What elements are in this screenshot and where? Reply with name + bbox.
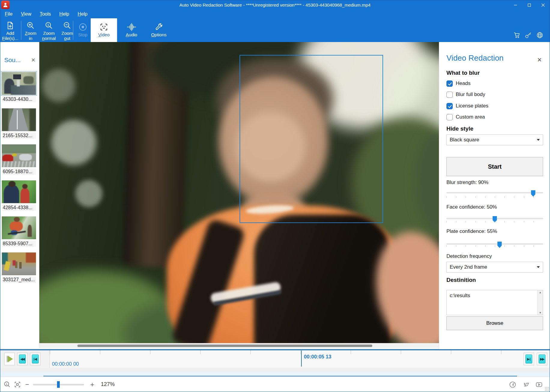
title-bar: Auto Video Redaction Software - ****Unre… bbox=[0, 0, 550, 10]
source-filename: 303127_med... bbox=[2, 276, 36, 283]
waveform-icon bbox=[127, 22, 136, 32]
sources-close-icon[interactable]: ✕ bbox=[31, 57, 35, 63]
face-detection-box[interactable] bbox=[240, 55, 383, 223]
start-button[interactable]: Start bbox=[446, 157, 543, 176]
blur-full-body-checkbox[interactable] bbox=[446, 92, 453, 98]
facebook-icon[interactable] bbox=[509, 377, 516, 392]
chevron-down-icon bbox=[537, 139, 540, 141]
tab-audio[interactable]: Audio bbox=[121, 18, 142, 42]
source-thumbnail[interactable] bbox=[2, 180, 36, 203]
key-icon[interactable] bbox=[525, 32, 532, 39]
checkbox-row-license-plates[interactable]: License plates bbox=[446, 102, 543, 110]
zoom-slider-thumb[interactable] bbox=[57, 381, 60, 388]
add-files-button[interactable]: Add File(s)... bbox=[2, 18, 19, 42]
view-zoom-slider[interactable] bbox=[33, 384, 84, 385]
youtube-icon[interactable] bbox=[535, 377, 543, 392]
zoom-in-button[interactable]: Zoom in bbox=[22, 18, 39, 42]
video-preview[interactable] bbox=[39, 42, 439, 343]
fit-to-window-icon[interactable] bbox=[14, 377, 21, 392]
twitter-icon[interactable] bbox=[522, 377, 530, 392]
close-button[interactable] bbox=[536, 0, 550, 10]
plate-confidence-slider[interactable] bbox=[446, 243, 543, 245]
resize-grip[interactable] bbox=[545, 387, 549, 391]
zoom-in-icon bbox=[26, 20, 35, 31]
video-redaction-panel: Video Redaction ✕ What to blur Heads Blu… bbox=[439, 42, 550, 349]
custom-area-checkbox[interactable] bbox=[446, 114, 453, 120]
svg-text:1: 1 bbox=[6, 383, 7, 386]
source-filename: 42854-4338... bbox=[2, 204, 36, 211]
panel-close-icon[interactable]: ✕ bbox=[537, 56, 542, 63]
scrollbar-thumb[interactable] bbox=[77, 345, 372, 347]
hide-style-select[interactable]: Black square bbox=[446, 134, 543, 145]
source-item[interactable]: 45303-4430... bbox=[2, 72, 37, 102]
cart-icon[interactable] bbox=[513, 32, 521, 39]
zoom-normal-button[interactable]: 1 Zoom normal bbox=[40, 18, 58, 42]
timeline-ruler[interactable] bbox=[50, 350, 550, 354]
source-thumbnail[interactable] bbox=[2, 252, 36, 275]
tab-video[interactable]: Video bbox=[91, 18, 117, 42]
video-horizontal-scrollbar[interactable] bbox=[39, 343, 439, 348]
rewind-button[interactable]: ◀◀ bbox=[17, 353, 28, 365]
textarea-scrollbar[interactable]: ▲ ▼ bbox=[537, 290, 543, 315]
person-vest bbox=[254, 215, 391, 343]
detection-frequency-select[interactable]: Every 2nd frame bbox=[446, 262, 543, 273]
scroll-up-icon[interactable]: ▲ bbox=[539, 291, 542, 294]
zoom-in-plus-button[interactable]: ＋ bbox=[89, 377, 95, 392]
source-thumbnail[interactable] bbox=[2, 72, 36, 95]
menu-help-2[interactable]: Help bbox=[77, 11, 87, 17]
source-thumbnail[interactable] bbox=[2, 144, 36, 167]
stop-icon bbox=[78, 22, 87, 32]
destination-textarea[interactable]: c:\results ▲ ▼ bbox=[446, 290, 543, 315]
playhead-time: 00:00:05 13 bbox=[304, 354, 331, 360]
menu-file[interactable]: File bbox=[5, 11, 13, 17]
globe-icon[interactable] bbox=[536, 32, 543, 39]
checkbox-label: Blur full body bbox=[456, 92, 485, 98]
source-item[interactable]: 42854-4338... bbox=[2, 180, 37, 211]
blur-strength-slider[interactable] bbox=[446, 192, 543, 193]
play-button[interactable] bbox=[4, 353, 15, 365]
license-plates-checkbox[interactable] bbox=[446, 103, 453, 109]
zoom-out-minus-button[interactable]: − bbox=[25, 377, 29, 392]
source-filename: 45303-4430... bbox=[2, 96, 36, 102]
menu-help[interactable]: Help bbox=[59, 11, 69, 17]
slider-thumb[interactable] bbox=[497, 242, 502, 248]
checkbox-row-full-body[interactable]: Blur full body bbox=[446, 91, 543, 98]
minimize-button[interactable] bbox=[509, 0, 522, 10]
fast-forward-button[interactable]: ▶▶ bbox=[537, 353, 547, 365]
face-confidence-slider[interactable] bbox=[446, 218, 543, 219]
timeline[interactable]: ◀◀ |◀ 00:00:00 00 00:00:05 13 ▶| ▶▶ bbox=[0, 349, 550, 377]
checkbox-row-custom-area[interactable]: Custom area bbox=[446, 113, 543, 121]
zoom-actual-size-icon[interactable]: 1 bbox=[4, 377, 11, 392]
browse-button[interactable]: Browse bbox=[446, 316, 543, 330]
scroll-down-icon[interactable]: ▼ bbox=[539, 311, 542, 314]
source-thumbnail[interactable] bbox=[2, 216, 36, 239]
menu-tools[interactable]: Tools bbox=[40, 11, 51, 17]
skip-to-end-icon: ▶| bbox=[525, 354, 532, 363]
detection-frequency-label: Detection frequency bbox=[446, 253, 543, 259]
menu-bar: File View Tools Help Help bbox=[0, 10, 550, 18]
zoom-level-value: 127% bbox=[101, 381, 115, 387]
playhead-cursor[interactable] bbox=[301, 351, 302, 366]
checkbox-label: Custom area bbox=[456, 114, 485, 120]
slider-ticks bbox=[446, 221, 543, 222]
slider-thumb[interactable] bbox=[531, 190, 536, 197]
menu-view[interactable]: View bbox=[21, 11, 31, 17]
toolbar-separator bbox=[21, 21, 21, 40]
go-to-end-button[interactable]: ▶| bbox=[524, 353, 534, 365]
zoom-out-icon bbox=[63, 20, 72, 31]
tab-options[interactable]: Options bbox=[146, 18, 172, 42]
timeline-start-time: 00:00:00 00 bbox=[52, 361, 79, 367]
source-item[interactable]: 85339-5907... bbox=[2, 216, 37, 247]
source-item[interactable]: 303127_med... bbox=[2, 252, 37, 283]
timeline-track[interactable] bbox=[0, 368, 550, 372]
source-item[interactable]: 6095-18870... bbox=[2, 144, 37, 175]
source-item[interactable]: 2165-15532... bbox=[2, 108, 37, 139]
source-thumbnail[interactable] bbox=[2, 108, 36, 131]
app-window: { "window": { "title": "Auto Video Redac… bbox=[0, 0, 550, 392]
blur-strength-label: Blur strength: 90% bbox=[446, 179, 543, 185]
go-to-start-button[interactable]: |◀ bbox=[30, 353, 41, 365]
skip-to-start-icon: |◀ bbox=[32, 354, 39, 363]
checkbox-row-heads[interactable]: Heads bbox=[446, 80, 543, 87]
maximize-button[interactable] bbox=[522, 0, 536, 10]
heads-checkbox[interactable] bbox=[446, 80, 453, 87]
